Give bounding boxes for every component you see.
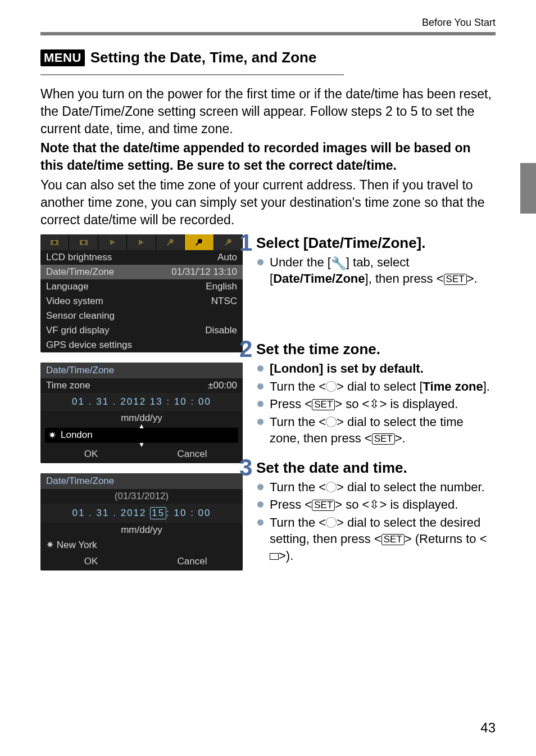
tab-play-2[interactable] [127,234,156,250]
menu-row-sensor[interactable]: Sensor cleaning [40,309,243,323]
wrench-icon: 🔧 [331,255,346,271]
step-number: 3 [239,456,252,479]
menu-row-video[interactable]: Video systemNTSC [40,294,243,309]
value: ±00:00 [208,380,237,391]
step-title: Select [Date/Time/Zone]. [256,234,496,252]
dst-icon: ✷ [46,540,57,550]
time-rest: : 10 : 00 [166,508,211,518]
value: Disable [205,325,237,336]
menu-row-gps[interactable]: GPS device settings [40,338,243,352]
text: Under the [ [270,255,331,269]
menu-row-lcd[interactable]: LCD brightnessAuto [40,250,243,265]
camera-icon [50,238,59,247]
timezone-panel: Date/Time/Zone Time zone±00:00 01 . 31 .… [40,363,243,463]
text: > is displayed. [379,397,458,411]
label: Language [46,281,89,292]
intro-paragraph-1: When you turn on the power for the first… [40,85,496,137]
text: >. [467,271,478,286]
tab-setup-2-selected[interactable] [185,234,214,250]
value: NTSC [211,296,237,307]
menu-row-language[interactable]: LanguageEnglish [40,279,243,294]
selected-hour-field[interactable]: 15 [150,507,166,519]
text: Press < [270,397,312,411]
step-2-bullet-3: Press <SET> so <⇳> is displayed. [256,396,496,412]
step-title: Set the time zone. [256,341,496,358]
text: > dial to select the number. [337,480,485,494]
step-3-bullet-2: Press <SET> so <⇳> is displayed. [256,496,496,513]
step-2-bullet-1: [London] is set by default. [256,360,496,377]
dst-icon: ✷ [48,429,56,441]
set-icon: SET [372,433,395,445]
datetime-readout: 01 . 31 . 2012 13 : 10 : 00 [40,393,243,411]
label: Time zone [46,380,90,391]
chevron-up-icon: ▲ [138,422,145,430]
page-number: 43 [480,720,496,736]
cancel-button[interactable]: Cancel [142,445,243,463]
section-underline [40,74,344,75]
dial-icon [326,482,337,492]
updown-icon: ⇳ [369,497,379,511]
dial-icon [326,417,337,427]
menu-tab-row [40,234,243,250]
side-thumb-tab [520,163,536,214]
timezone-selector[interactable]: ▲ ✷ London ▼ [45,428,238,443]
panel-title: Date/Time/Zone [40,363,243,378]
set-icon: SET [312,399,335,410]
camera-icon [79,238,88,247]
ok-button[interactable]: OK [40,553,142,571]
date-format-label: mm/dd/yy [40,523,243,537]
text: > dial to select [ [337,379,423,393]
set-icon: SET [312,500,335,511]
label: Date/Time/Zone [46,266,114,278]
section-heading: MENU Setting the Date, Time, and Zone [40,49,496,66]
wrench-icon [224,238,233,247]
wrench-icon [166,238,175,247]
svg-point-1 [53,241,56,244]
text: Turn the < [270,515,326,529]
header-rule [40,32,496,35]
rect-icon [270,553,279,560]
text: Turn the < [270,379,326,393]
step-title: Set the date and time. [256,459,496,477]
dial-icon [326,381,337,392]
step-number: 2 [239,337,252,361]
step-3: 3 Set the date and time. Turn the <> dia… [254,459,496,564]
datetime-edit-line[interactable]: 01 . 31 . 2012 15: 10 : 00 [40,504,243,523]
section-title: Setting the Date, Time, and Zone [90,49,317,66]
text: ], then press < [365,271,444,286]
timezone-row[interactable]: Time zone±00:00 [40,378,243,393]
menu-row-datetime-selected[interactable]: Date/Time/Zone01/31/'12 13:10 [40,265,243,279]
tab-play-1[interactable] [98,234,127,250]
intro-paragraph-3: You can also set the time zone of your c… [40,176,496,228]
tab-camera-2[interactable] [69,234,98,250]
cancel-button[interactable]: Cancel [142,553,243,571]
date-part: 01 . 31 . 2012 [72,508,150,518]
tab-camera-1[interactable] [40,234,69,250]
step-1-bullet-1: Under the [🔧] tab, select [Date/Time/Zon… [256,254,496,287]
step-2-bullet-4: Turn the <> dial to select the time zone… [256,414,496,447]
target-name: Date/Time/Zone [273,271,365,286]
text: > is displayed. [379,497,458,511]
set-icon: SET [381,534,405,545]
menu-row-vf[interactable]: VF grid displayDisable [40,323,243,338]
text: > (Returns to < [405,532,487,546]
city-row: ✷ New York [40,537,243,553]
tab-setup-3[interactable] [214,234,243,250]
text: Turn the < [270,480,326,494]
step-3-bullet-3: Turn the <> dial to select the desired s… [256,514,496,564]
ok-button[interactable]: OK [40,445,142,463]
text: > so < [335,397,369,411]
step-3-bullet-1: Turn the <> dial to select the number. [256,479,496,495]
target-name: Time zone [423,379,483,393]
tab-setup-1[interactable] [156,234,185,250]
dial-icon [326,517,337,528]
page-header: Before You Start [40,17,496,29]
label: Sensor cleaning [46,310,115,322]
play-icon [137,238,146,247]
menu-badge-icon: MENU [40,49,85,66]
value: Auto [217,252,237,263]
label: Video system [46,296,103,307]
label: GPS device settings [46,339,132,351]
text: > so < [335,497,369,511]
value: English [206,281,237,292]
